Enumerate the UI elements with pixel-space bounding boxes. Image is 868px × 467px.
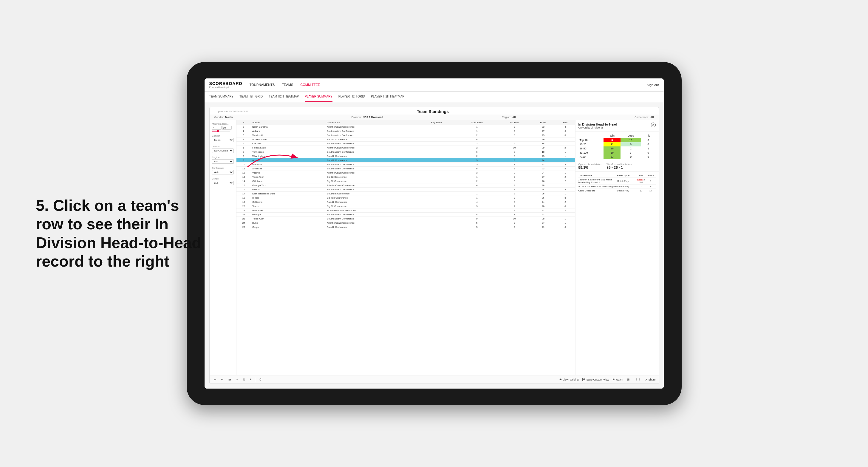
table-row[interactable]: 6 Florida State Atlantic Coast Conferenc…: [237, 146, 575, 150]
gender-filter-select[interactable]: Men's: [212, 138, 234, 142]
save-custom-button[interactable]: 💾 Save Custom View: [582, 378, 609, 381]
eye-icon: 👁: [559, 378, 562, 381]
cell-conference: Big 12 Conference: [326, 179, 417, 183]
table-row[interactable]: 20 Texas Big 12 Conference 3 7 20 0: [237, 204, 575, 209]
cell-win: 4: [555, 188, 575, 192]
clock-button[interactable]: ⏱: [258, 377, 263, 382]
cell-school: Arkansas: [251, 167, 326, 171]
table-row[interactable]: 8 Washington Pac-12 Conference 2 8 23 1: [237, 154, 575, 158]
sub-nav-player-h2h-grid[interactable]: PLAYER H2H GRID: [338, 92, 365, 102]
cell-conf-rank: 9: [456, 217, 498, 221]
scissors-button[interactable]: ✂: [235, 377, 240, 382]
region-filter-select[interactable]: N/A: [212, 159, 234, 164]
toolbar-right: 👁 View: Original 💾 Save Custom View 👁 Wa…: [559, 377, 655, 382]
cell-no-tour: 9: [498, 129, 531, 133]
share-button[interactable]: ↗ Share: [645, 378, 655, 381]
update-time: Update time: 27/03/2024 16:56:26: [214, 109, 251, 114]
tournament-row[interactable]: Cabo Collegiate Stroke Play 11 17: [579, 189, 656, 193]
redo-button[interactable]: ↪: [220, 377, 224, 382]
sign-out-button[interactable]: Sign out: [643, 83, 659, 87]
table-row[interactable]: 16 Florida Southeastern Conference 7 9 2…: [237, 188, 575, 192]
cell-no-tour: 8: [498, 200, 531, 204]
table-row[interactable]: 21 New Mexico Mountain West Conference 1…: [237, 209, 575, 213]
cell-num: 18: [237, 196, 251, 200]
tournament-row[interactable]: Arizona Thunderbirds Intercollegiate Str…: [579, 185, 656, 189]
table-row[interactable]: 18 Illinois Big Ten Conference 1 9 26 3: [237, 196, 575, 200]
table-row[interactable]: 10 Alabama Southeastern Conference 5 8 2…: [237, 162, 575, 167]
cell-num: 16: [237, 188, 251, 192]
cell-num: 23: [237, 217, 251, 221]
copy-button[interactable]: ⧉: [242, 377, 246, 382]
sub-nav-team-h2h-heatmap[interactable]: TEAM H2H HEATMAP: [269, 92, 299, 102]
cell-num: 10: [237, 162, 251, 167]
cell-no-tour: 8: [498, 171, 531, 175]
school-filter-select[interactable]: (All): [212, 181, 234, 185]
sub-nav-team-summary[interactable]: TEAM SUMMARY: [209, 92, 234, 102]
nav-committee[interactable]: COMMITTEE: [300, 82, 320, 88]
cell-no-tour: 8: [498, 133, 531, 137]
cell-rnds: 24: [531, 200, 556, 204]
logo-area: SCOREBOARD Powered by clippd: [209, 81, 242, 89]
nav-teams[interactable]: TEAMS: [282, 82, 293, 88]
table-row[interactable]: 22 Georgia Southeastern Conference 8 7 2…: [237, 213, 575, 217]
col-conference: Conference: [326, 120, 417, 125]
div-col-label: [579, 134, 604, 138]
min-rounds-min-input[interactable]: [212, 126, 221, 130]
sub-nav-player-h2h-heatmap[interactable]: PLAYER H2H HEATMAP: [371, 92, 404, 102]
cell-conf-rank: 1: [456, 175, 498, 179]
close-button[interactable]: ✕: [651, 123, 656, 127]
cell-conference: Southeastern Conference: [326, 133, 417, 137]
cell-no-tour: 8: [498, 183, 531, 188]
table-row[interactable]: 12 Virginia Atlantic Coast Conference 3 …: [237, 171, 575, 175]
sub-nav-player-summary[interactable]: PLAYER SUMMARY: [305, 92, 332, 102]
view-original-button[interactable]: 👁 View: Original: [559, 378, 579, 381]
div-col-win: Win: [603, 134, 621, 138]
tournament-col-score: Score: [646, 174, 655, 177]
cell-rnds: 24: [531, 171, 556, 175]
cell-school: Ole Miss: [251, 142, 326, 146]
conference-filter-select[interactable]: (All): [212, 170, 234, 175]
table-row[interactable]: 2 Auburn Southeastern Conference 1 9 27 …: [237, 129, 575, 133]
table-row[interactable]: 24 Duke Atlantic Coast Conference 5 9 27…: [237, 221, 575, 225]
table-row[interactable]: 7 Tennessee Southeastern Conference 6 8 …: [237, 150, 575, 154]
division-filter-select[interactable]: NCAA Division I: [212, 149, 234, 153]
table-row[interactable]: 25 Oregon Pac-12 Conference 5 7 21 0: [237, 225, 575, 229]
table-row[interactable]: 4 Arizona State Pac-12 Conference 4 6 26…: [237, 137, 575, 142]
table-row[interactable]: 5 Ole Miss Southeastern Conference 3 6 1…: [237, 142, 575, 146]
cell-rnds: 24: [531, 188, 556, 192]
table-row[interactable]: 17 East Tennessee State Southern Confere…: [237, 192, 575, 196]
stats-row: Opponents in division: 99.1% W-L-T recor…: [576, 161, 659, 172]
cell-reg-rank: [417, 171, 456, 175]
fast-back-button[interactable]: ⏮: [227, 377, 232, 382]
standings-table: # School Conference Reg Rank Conf Rank N…: [237, 120, 575, 229]
div-cell-label: 11-25: [579, 142, 604, 147]
table-row[interactable]: 23 Texas A&M Southeastern Conference 9 1…: [237, 217, 575, 221]
layout-button[interactable]: ⊞: [626, 377, 631, 382]
cell-num: 5: [237, 142, 251, 146]
cell-win: 1: [555, 192, 575, 196]
cell-no-tour: 8: [498, 167, 531, 171]
undo-button[interactable]: ↩: [213, 377, 217, 382]
min-rounds-max-input[interactable]: [222, 126, 232, 130]
right-panel: In Division Head-to-Head University of A…: [575, 120, 659, 375]
table-row[interactable]: 11 Arkansas Southeastern Conference 6 8 …: [237, 167, 575, 171]
tournament-row[interactable]: Jackson T. Stephens Cup Men's Match-Play…: [579, 178, 656, 185]
sub-nav-team-h2h-grid[interactable]: TEAM H2H GRID: [240, 92, 263, 102]
grid-button[interactable]: ⋮⋮: [633, 377, 642, 382]
table-row[interactable]: 9 Arizona Pac-12 Conference 5 8 24 1: [237, 158, 575, 162]
bottom-toolbar: ↩ ↪ ⏮ ✂ ⧉ + ⏱ 👁 View: Original: [210, 375, 659, 383]
table-row[interactable]: 19 California Pac-12 Conference 4 8 24 2: [237, 200, 575, 204]
watch-button[interactable]: 👁 Watch: [612, 378, 623, 381]
cell-conference: Atlantic Coast Conference: [326, 146, 417, 150]
table-row[interactable]: 1 North Carolina Atlantic Coast Conferen…: [237, 125, 575, 129]
cell-win: 1: [555, 171, 575, 175]
table-row[interactable]: 14 Oklahoma Big 12 Conference 2 8 26 2: [237, 179, 575, 183]
cell-win: 6: [555, 129, 575, 133]
more-button[interactable]: +: [249, 377, 253, 382]
col-win: Win: [555, 120, 575, 125]
table-row[interactable]: 3 Vanderbilt Southeastern Conference 2 8…: [237, 133, 575, 137]
nav-tournaments[interactable]: TOURNAMENTS: [250, 82, 275, 88]
division-row: 11-25 11 8 0: [579, 142, 656, 147]
table-row[interactable]: 15 Georgia Tech Atlantic Coast Conferenc…: [237, 183, 575, 188]
table-row[interactable]: 13 Texas Tech Big 12 Conference 1 9 27 2: [237, 175, 575, 179]
